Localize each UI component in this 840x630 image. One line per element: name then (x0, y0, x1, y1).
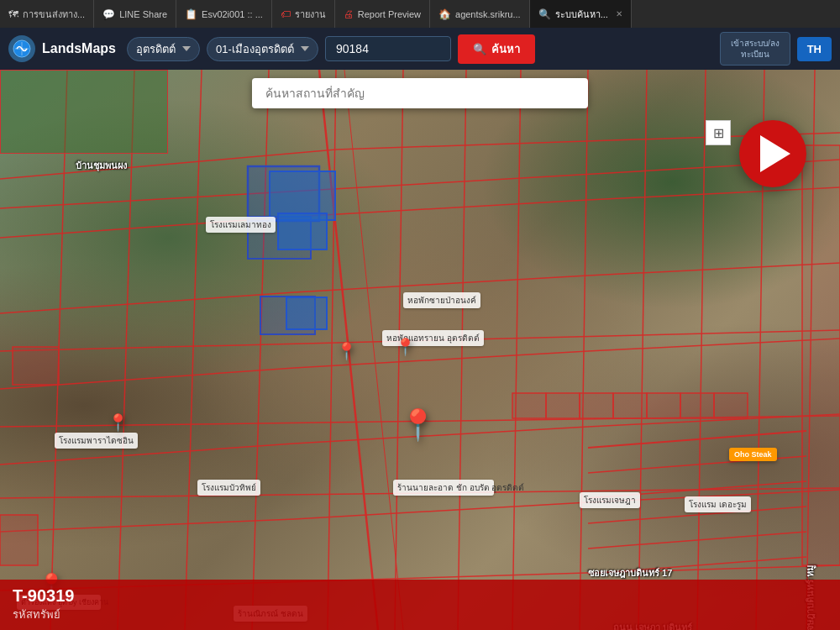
parcel-info-strip: T-90319 รหัสทรัพย์ (0, 580, 840, 630)
tab-agentsk[interactable]: 🏠 agentsk.srikru... (430, 0, 530, 28)
svg-line-3 (0, 217, 294, 238)
svg-line-54 (588, 507, 806, 523)
pin-icon-pink-1: 📍 (395, 338, 416, 356)
svg-rect-38 (248, 166, 319, 221)
svg-line-9 (0, 368, 294, 389)
svg-line-14 (588, 414, 840, 427)
province-dropdown[interactable]: อุตรดิตต์ (127, 37, 200, 61)
svg-rect-49 (714, 393, 748, 418)
svg-line-12 (0, 444, 294, 465)
location-pin-pink-1[interactable]: 📍 (395, 339, 416, 356)
svg-line-22 (252, 70, 269, 630)
auth-button[interactable]: เข้าสระบบ/ลง ทะเบียน (720, 32, 790, 66)
svg-rect-42 (0, 515, 38, 565)
main-location-pin[interactable]: 📍 (399, 410, 437, 440)
parcel-boundaries (0, 70, 840, 630)
svg-line-27 (580, 70, 588, 630)
svg-line-20 (118, 70, 134, 630)
tab-report[interactable]: 🏷 รายงาน (272, 0, 335, 28)
svg-rect-50 (802, 145, 840, 565)
svg-rect-44 (546, 393, 580, 418)
play-icon (760, 135, 790, 172)
svg-rect-45 (580, 393, 613, 418)
svg-line-26 (512, 70, 521, 630)
svg-line-35 (0, 330, 840, 351)
svg-line-7 (294, 276, 588, 292)
svg-line-1 (0, 150, 336, 179)
grid-tool-btn[interactable]: ⊞ (706, 120, 731, 145)
svg-line-15 (0, 519, 294, 532)
watermark-circle (739, 120, 806, 187)
map-search-bar (252, 78, 588, 108)
svg-line-23 (328, 70, 336, 630)
svg-line-13 (294, 427, 588, 444)
svg-rect-47 (647, 393, 680, 418)
parcel-id: T-90319 (13, 586, 827, 606)
svg-rect-43 (512, 393, 546, 418)
parcel-number-input[interactable] (325, 36, 451, 61)
svg-rect-40 (260, 297, 315, 334)
svg-line-21 (185, 70, 202, 630)
location-pin-pink-2[interactable]: 📍 (336, 343, 357, 360)
map-search-input[interactable] (252, 78, 588, 108)
tab-maps[interactable]: 🗺 การขนส่งทาง... (0, 0, 94, 28)
tab-line[interactable]: 💬 LINE Share (94, 0, 176, 28)
svg-rect-46 (613, 393, 647, 418)
map-tools: ⊞ (706, 120, 731, 145)
svg-line-8 (588, 263, 840, 276)
map-watermark (739, 120, 806, 187)
language-button[interactable]: TH (797, 37, 832, 61)
svg-line-4 (294, 200, 588, 217)
svg-line-19 (50, 70, 67, 630)
svg-line-34 (0, 160, 840, 208)
svg-line-51 (588, 431, 806, 448)
svg-line-16 (294, 502, 588, 519)
svg-rect-41 (13, 347, 59, 385)
svg-line-37 (0, 488, 840, 498)
svg-line-55 (588, 532, 806, 549)
svg-rect-39 (248, 217, 311, 259)
pin-icon-red: 📍 (399, 407, 437, 442)
district-dropdown[interactable]: 01-เมืองอุตรดิตต์ (207, 37, 318, 61)
tab-report-preview[interactable]: 🖨 Report Preview (335, 0, 430, 28)
svg-line-11 (588, 339, 840, 351)
search-button[interactable]: 🔍 ค้นหา (458, 34, 535, 64)
svg-line-31 (806, 70, 815, 630)
svg-rect-48 (680, 393, 714, 418)
svg-line-5 (588, 187, 840, 200)
location-pin-pink-3[interactable]: 📍 (108, 414, 129, 432)
close-tab-icon[interactable]: ✕ (616, 9, 622, 18)
oho-steak-marker[interactable]: Oho Steak (729, 448, 777, 461)
svg-line-53 (588, 481, 806, 498)
logo-text: LandsMaps (42, 41, 116, 56)
tab-search-system[interactable]: 🔍 ระบบค้นหา... ✕ (530, 0, 632, 28)
tab-esv[interactable]: 📋 Esv02i001 :: ... (176, 0, 272, 28)
map-background (0, 70, 840, 630)
app-header: LandsMaps อุตรดิตต์ 01-เมืองอุตรดิตต์ 🔍 … (0, 28, 840, 70)
search-icon: 🔍 (473, 43, 486, 55)
browser-tabs-bar: 🗺 การขนส่งทาง... 💬 LINE Share 📋 Esv02i00… (0, 0, 840, 28)
logo-icon (8, 35, 35, 62)
svg-line-29 (697, 70, 706, 630)
svg-line-28 (638, 70, 647, 630)
logo-area: LandsMaps (8, 35, 116, 62)
map-container[interactable]: บ้านชุมพนผง โรงแรมเลมาทอง หอพักซายป่าอนง… (0, 70, 840, 630)
svg-line-56 (588, 557, 806, 574)
pin-icon-pink-3: 📍 (108, 413, 129, 432)
pin-icon-pink-2: 📍 (336, 342, 357, 360)
svg-line-25 (458, 70, 466, 630)
svg-line-6 (0, 292, 294, 313)
svg-line-17 (588, 490, 840, 502)
parcel-sub-label: รหัสทรัพย์ (13, 606, 827, 623)
